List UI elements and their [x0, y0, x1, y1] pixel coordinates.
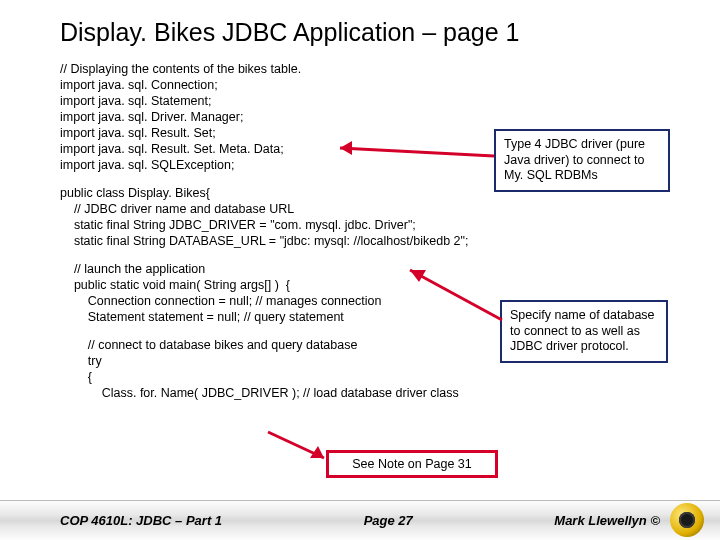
svg-line-0 [340, 148, 494, 156]
code-line: import java. sql. Statement; [60, 93, 676, 109]
code-line: // launch the application [60, 261, 676, 277]
svg-marker-1 [340, 141, 352, 155]
code-line: import java. sql. Driver. Manager; [60, 109, 676, 125]
footer-left: COP 4610L: JDBC – Part 1 [60, 513, 222, 528]
footer-right: Mark Llewellyn © [554, 513, 660, 528]
code-line: static final String JDBC_DRIVER = "com. … [60, 217, 676, 233]
note-text: See Note on Page 31 [352, 457, 472, 471]
arrow-icon [260, 426, 338, 468]
note-box: See Note on Page 31 [326, 450, 498, 478]
code-line: Class. for. Name( JDBC_DRIVER ); // load… [60, 385, 676, 401]
arrow-icon [322, 134, 498, 166]
slide-title: Display. Bikes JDBC Application – page 1 [60, 18, 676, 47]
code-line: public static void main( String args[] )… [60, 277, 676, 293]
arrow-icon [392, 260, 508, 328]
code-line: import java. sql. Connection; [60, 77, 676, 93]
svg-line-2 [410, 270, 502, 320]
blank-line [60, 249, 676, 261]
code-line: { [60, 369, 676, 385]
code-line: // JDBC driver name and database URL [60, 201, 676, 217]
callout-db-url: Specify name of database to connect to a… [500, 300, 668, 363]
footer-center: Page 27 [364, 513, 413, 528]
ucf-logo [670, 503, 704, 537]
callout-driver-type: Type 4 JDBC driver (pure Java driver) to… [494, 129, 670, 192]
footer: COP 4610L: JDBC – Part 1 Page 27 Mark Ll… [0, 500, 720, 540]
code-line: // Displaying the contents of the bikes … [60, 61, 676, 77]
code-line: static final String DATABASE_URL = "jdbc… [60, 233, 676, 249]
